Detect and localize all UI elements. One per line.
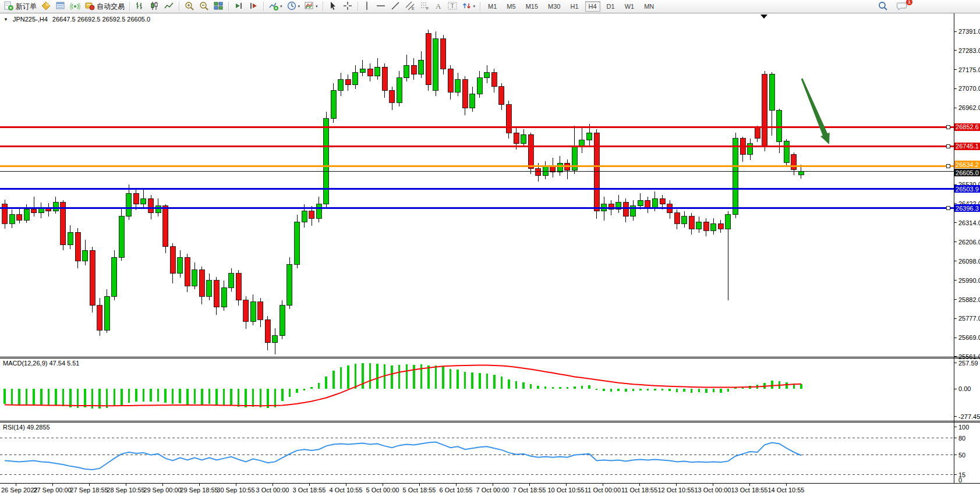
svg-text:26396.3: 26396.3 — [956, 205, 979, 212]
toolbar-separator — [179, 2, 179, 11]
cursor-button[interactable] — [326, 1, 340, 12]
chevron-down-icon: ▾ — [280, 4, 282, 9]
svg-text:13 Oct 00:00: 13 Oct 00:00 — [695, 487, 731, 494]
svg-text:25990.0: 25990.0 — [958, 277, 980, 284]
zoom-out-icon — [199, 1, 209, 12]
svg-text:26206.0: 26206.0 — [958, 239, 980, 246]
timeframe-m15-button[interactable]: M15 — [522, 1, 542, 12]
chevron-down-icon: ▾ — [473, 4, 476, 9]
data-window-icon — [55, 1, 66, 12]
svg-text:6 Oct 10:55: 6 Oct 10:55 — [440, 487, 473, 494]
svg-text:10 Oct 10:55: 10 Oct 10:55 — [548, 487, 585, 494]
svg-text:E: E — [412, 6, 415, 10]
autotrading-button[interactable]: 自动交易 — [83, 1, 126, 12]
timeframe-h1-button[interactable]: H1 — [567, 1, 582, 12]
svg-text:26098.0: 26098.0 — [958, 258, 980, 265]
timeframe-m1-button[interactable]: M1 — [484, 1, 500, 12]
search-button[interactable] — [876, 1, 890, 12]
horizontal-lines[interactable]: 26852.626745.126634.226605.026503.926396… — [0, 123, 980, 212]
templates-icon — [304, 1, 314, 12]
svg-text:80: 80 — [958, 435, 965, 442]
svg-text:25882.0: 25882.0 — [958, 296, 980, 303]
chart-canvas[interactable]: 27391.027283.027175.027070.026962.026530… — [0, 13, 980, 497]
svg-text:5 Oct 18:55: 5 Oct 18:55 — [403, 487, 436, 494]
zoom-in-icon — [184, 1, 194, 12]
svg-text:0: 0 — [958, 477, 962, 484]
bar-chart-button[interactable] — [133, 1, 147, 12]
notifications-button[interactable]: 1 — [894, 1, 910, 12]
timeframe-h4-button[interactable]: H4 — [585, 1, 600, 12]
svg-text:25777.0: 25777.0 — [958, 315, 980, 322]
svg-text:26852.6: 26852.6 — [956, 123, 979, 130]
periods-button[interactable]: ▾ — [285, 1, 302, 12]
rsi-line — [5, 442, 801, 470]
templates-button[interactable]: ▾ — [302, 1, 320, 12]
main-toolbar: 新订单 自动交易 ▾ ▾ ▾ E F A T ▾ M1 M5 M15 M30 H… — [0, 0, 980, 13]
vertical-line-button[interactable] — [361, 1, 373, 12]
text-label-button[interactable]: T — [445, 1, 459, 12]
line-chart-button[interactable] — [162, 1, 176, 12]
line-chart-icon — [164, 1, 174, 12]
arrows-button[interactable]: ▾ — [460, 1, 477, 12]
autotrading-icon — [84, 1, 95, 12]
timeframe-mn-button[interactable]: MN — [641, 1, 657, 12]
svg-text:27283.0: 27283.0 — [958, 47, 980, 54]
auto-scroll-icon — [233, 1, 244, 12]
timeframe-w1-button[interactable]: W1 — [621, 1, 638, 12]
svg-text:7 Oct 18:55: 7 Oct 18:55 — [513, 487, 546, 494]
svg-text:A: A — [436, 2, 441, 10]
chart-shift-marker[interactable] — [760, 15, 767, 19]
horizontal-line-icon — [376, 1, 386, 12]
svg-text:27 Sep 00:00: 27 Sep 00:00 — [33, 487, 71, 494]
zoom-in-button[interactable] — [182, 1, 196, 12]
svg-text:25669.0: 25669.0 — [958, 334, 980, 341]
svg-text:28 Sep 10:55: 28 Sep 10:55 — [107, 487, 144, 494]
toolbar-separator — [480, 2, 480, 11]
svg-text:4 Oct 10:55: 4 Oct 10:55 — [330, 487, 363, 494]
signals-button[interactable] — [68, 1, 82, 12]
timeframe-m5-button[interactable]: M5 — [503, 1, 519, 12]
indicators-button[interactable]: ▾ — [267, 1, 284, 12]
tile-windows-button[interactable] — [211, 1, 225, 12]
zoom-out-button[interactable] — [197, 1, 211, 12]
svg-text:3 Oct 00:00: 3 Oct 00:00 — [256, 487, 289, 494]
vertical-line-icon — [363, 1, 371, 12]
svg-text:F: F — [426, 6, 429, 10]
chart-shift-button[interactable] — [246, 1, 260, 12]
candlestick-chart-icon — [149, 1, 160, 12]
new-order-button[interactable]: 新订单 — [2, 1, 38, 12]
candlestick-chart-button[interactable] — [147, 1, 161, 12]
svg-text:30 Sep 10:55: 30 Sep 10:55 — [217, 487, 254, 494]
new-order-label: 新订单 — [16, 2, 37, 12]
svg-text:26314.0: 26314.0 — [958, 219, 980, 226]
chevron-down-icon: ▾ — [316, 4, 318, 9]
toolbar-separator — [358, 2, 358, 11]
trend-arrow-annotation[interactable] — [801, 78, 830, 144]
timeframe-d1-button[interactable]: D1 — [603, 1, 618, 12]
svg-text:26745.1: 26745.1 — [956, 143, 979, 150]
equidistant-channel-button[interactable]: E — [403, 1, 417, 12]
data-window-button[interactable] — [54, 1, 68, 12]
chevron-down-icon: ▾ — [298, 4, 300, 9]
svg-text:27070.0: 27070.0 — [958, 85, 980, 92]
svg-text:T: T — [450, 2, 454, 9]
svg-text:27175.0: 27175.0 — [958, 66, 980, 73]
panel-frames — [0, 13, 980, 484]
timeframe-m30-button[interactable]: M30 — [544, 1, 564, 12]
crosshair-icon — [342, 1, 353, 12]
auto-scroll-button[interactable] — [232, 1, 246, 12]
text-button[interactable]: A — [432, 1, 445, 12]
tile-windows-icon — [213, 1, 224, 12]
horizontal-line-button[interactable] — [374, 1, 388, 12]
svg-text:29 Sep 18:55: 29 Sep 18:55 — [180, 487, 218, 494]
market-watch-button[interactable] — [39, 1, 53, 12]
svg-text:14 Oct 10:55: 14 Oct 10:55 — [768, 487, 805, 494]
crosshair-button[interactable] — [341, 1, 355, 12]
svg-text:26605.0: 26605.0 — [956, 169, 979, 176]
market-watch-icon — [41, 1, 51, 12]
fibonacci-button[interactable]: F — [418, 1, 431, 12]
svg-text:11 Oct 18:55: 11 Oct 18:55 — [621, 487, 657, 494]
trendline-button[interactable] — [388, 1, 402, 12]
svg-text:0.00: 0.00 — [958, 385, 971, 392]
svg-text:12 Oct 10:55: 12 Oct 10:55 — [658, 487, 695, 494]
